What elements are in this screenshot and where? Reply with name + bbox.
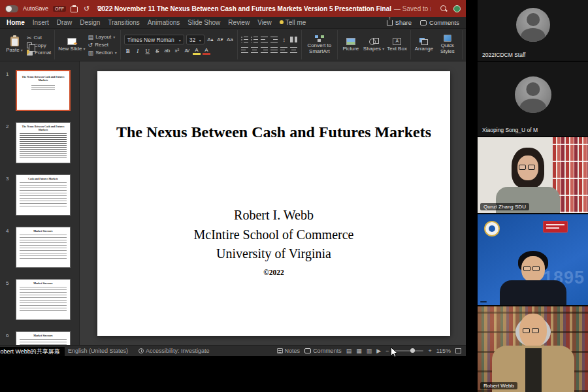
font-size-combo[interactable]: 32 <box>186 35 204 44</box>
outdent-button[interactable] <box>261 35 269 44</box>
indent-button[interactable] <box>270 35 278 44</box>
language-status[interactable]: English (United States) <box>68 348 128 354</box>
tab-view[interactable]: View <box>257 19 272 26</box>
slide-copyright[interactable]: ©2022 <box>97 269 450 276</box>
columns-button[interactable] <box>290 35 298 44</box>
tab-insert[interactable]: Insert <box>33 19 49 26</box>
tab-animations[interactable]: Animations <box>148 19 180 26</box>
tab-slide-show[interactable]: Slide Show <box>188 19 220 26</box>
slide-thumbnail-6[interactable]: Market Stressors <box>16 331 71 345</box>
slide-thumbnail-2[interactable]: The Nexus Between Cash and Futures Marke… <box>16 122 71 163</box>
comments-button[interactable]: Comments <box>420 19 459 26</box>
increase-font-button[interactable] <box>206 35 214 44</box>
font-color-button[interactable] <box>203 46 210 55</box>
arrange-button[interactable]: Arrange <box>414 38 434 52</box>
new-slide-button[interactable]: New Slide <box>58 38 85 52</box>
participant-tile-5[interactable]: Robert Webb <box>478 306 588 392</box>
undo-icon[interactable] <box>82 5 91 12</box>
caret-icon <box>115 50 117 56</box>
slide-author-block[interactable]: Robert I. Webb McIntire School of Commer… <box>97 206 450 264</box>
participant-tile-1[interactable]: 2022ICDCM Staff <box>478 0 588 61</box>
tab-home[interactable]: Home <box>7 19 25 26</box>
tab-transitions[interactable]: Transitions <box>108 19 140 26</box>
account-presence-icon[interactable] <box>453 5 461 12</box>
change-case-button[interactable] <box>226 35 234 44</box>
slide-thumbnail-3[interactable]: Cash and Futures Markets <box>16 174 71 216</box>
character-spacing-button[interactable] <box>183 46 191 55</box>
zoom-out-icon[interactable]: − <box>385 348 389 354</box>
decrease-font-button[interactable] <box>216 35 224 44</box>
italic-button[interactable]: I <box>134 46 142 55</box>
comments-toggle-button[interactable]: Comments <box>304 348 342 354</box>
bold-button[interactable]: B <box>124 46 132 55</box>
slide-thumbnail-1[interactable]: The Nexus Between Cash and Futures Marke… <box>16 70 71 111</box>
strikethrough-button[interactable]: S <box>154 46 161 55</box>
thumbnail-title: Market Stressors <box>19 282 67 285</box>
font-name-combo[interactable]: Times New Roman <box>124 35 184 44</box>
slide-title[interactable]: The Nexus Between Cash and Futures Marke… <box>112 123 436 141</box>
slide-thumbnail-5[interactable]: Market Stressors <box>16 279 71 320</box>
align-text-button[interactable] <box>290 46 298 54</box>
zoom-slider-knob[interactable] <box>410 348 415 353</box>
share-button[interactable]: Share <box>387 19 412 26</box>
outdent-icon <box>261 37 268 42</box>
convert-smartart-button[interactable]: Convert to SmartArt <box>305 35 334 55</box>
align-center-button[interactable] <box>251 46 259 54</box>
avatar <box>515 76 551 113</box>
print-icon[interactable] <box>71 7 78 12</box>
tab-draw[interactable]: Draw <box>57 19 72 26</box>
slide-sorter-view-icon[interactable]: ▦ <box>356 348 362 354</box>
bullets-button[interactable] <box>241 35 249 44</box>
superscript-button[interactable] <box>173 46 181 55</box>
tab-review[interactable]: Review <box>228 19 250 26</box>
slide-thumbnail-4[interactable]: Market Stressors <box>16 227 71 268</box>
quick-styles-button[interactable]: Quick Styles <box>436 35 459 55</box>
align-left-button[interactable] <box>241 46 249 54</box>
share-icon <box>387 20 393 25</box>
notes-button[interactable]: Notes <box>277 348 301 354</box>
zoom-in-icon[interactable]: + <box>428 348 431 354</box>
text-box-button[interactable]: Text Box <box>387 38 407 52</box>
fit-slide-icon[interactable] <box>455 348 461 353</box>
participant-tile-2[interactable]: Xiaoping Song_U of M <box>478 62 588 136</box>
shapes-button[interactable]: Shapes <box>363 38 384 52</box>
layout-button[interactable]: Layout <box>88 34 117 41</box>
picture-icon <box>346 38 355 45</box>
section-button[interactable]: Section <box>88 50 117 56</box>
slide-author: Robert I. Webb <box>97 206 450 225</box>
line-spacing-button[interactable] <box>280 35 288 44</box>
clipboard-group: Paste Cut Copy Format <box>1 30 55 59</box>
search-icon[interactable] <box>440 5 448 12</box>
slide-canvas[interactable]: The Nexus Between Cash and Futures Marke… <box>97 71 450 336</box>
participant-tile-4[interactable]: 1895 <box>478 214 588 305</box>
highlight-color-button[interactable] <box>193 46 201 55</box>
cut-button[interactable]: Cut <box>27 35 51 41</box>
thumbnail-title: Market Stressors <box>19 334 67 337</box>
text-shadow-button[interactable] <box>163 46 171 55</box>
text-box-icon <box>393 38 401 45</box>
participant-name-badge <box>480 301 487 302</box>
participant-tile-3[interactable]: Qunzi Zhang SDU <box>478 137 588 213</box>
picture-button[interactable]: Picture <box>341 38 361 52</box>
tab-design[interactable]: Design <box>80 19 100 26</box>
tab-tell-me[interactable]: Tell me <box>280 19 306 26</box>
copy-button[interactable]: Copy <box>27 42 51 48</box>
zoom-level[interactable]: 115% <box>436 348 451 354</box>
reset-button[interactable]: Reset <box>88 42 117 48</box>
autosave-toggle[interactable] <box>5 5 18 12</box>
slideshow-view-icon[interactable]: ▶ <box>376 348 381 354</box>
zoom-participant-strip: 2022ICDCM Staff Xiaoping Song_U of M Qun… <box>478 0 588 392</box>
more-icon[interactable] <box>108 5 117 12</box>
reading-view-icon[interactable]: ▥ <box>367 348 372 354</box>
normal-view-icon[interactable]: ▤ <box>346 348 352 354</box>
slide-thumbnail-panel[interactable]: 1 The Nexus Between Cash and Futures Mar… <box>0 61 80 345</box>
slides-group: New Slide Layout Reset Section <box>55 30 120 59</box>
redo-icon[interactable] <box>95 5 104 12</box>
text-direction-button[interactable] <box>280 46 288 54</box>
underline-button[interactable]: U <box>144 46 152 55</box>
justify-button[interactable] <box>270 46 278 54</box>
accessibility-status[interactable]: Accessibility: Investigate <box>139 348 210 354</box>
numbering-button[interactable] <box>251 35 259 44</box>
align-right-button[interactable] <box>261 46 269 54</box>
paste-button[interactable]: Paste <box>5 37 24 54</box>
